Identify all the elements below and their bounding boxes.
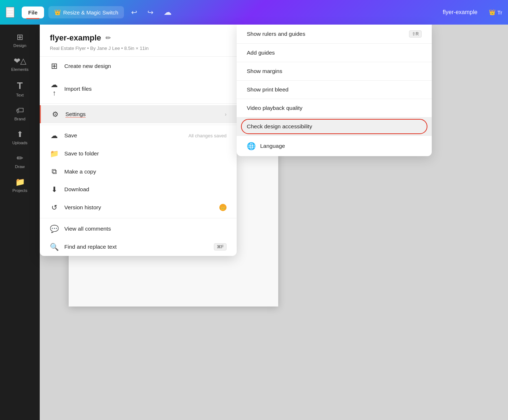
download-item[interactable]: ⬇ Download [40,180,237,198]
download-icon: ⬇ [50,185,59,194]
brand-icon: 🏷 [16,106,24,115]
version-history-item[interactable]: ↺ Version history 👑 [40,198,237,217]
copy-icon: ⧉ [50,167,59,176]
sidebar-label-elements: Elements [11,67,29,72]
topbar: ☰ File 👑 Resize & Magic Switch ↩ ↪ ☁ fly… [0,0,508,25]
edit-title-icon[interactable]: ✏ [106,34,111,42]
accessibility-label: Check design accessibility [247,123,312,130]
check-accessibility-item[interactable]: Check design accessibility [237,117,432,136]
create-new-design-item[interactable]: ⊞ Create new design [40,57,237,76]
folder-icon: 📁 [50,149,59,158]
draw-icon: ✏ [17,154,23,163]
design-icon: ⊞ [17,33,23,42]
add-guides-label: Add guides [247,50,275,56]
sidebar-label-brand: Brand [14,117,26,121]
hamburger-menu-button[interactable]: ☰ [6,7,14,18]
version-crown-icon: 👑 [219,204,227,211]
show-margins-label: Show margins [247,68,282,74]
settings-item[interactable]: ⚙ Settings › [40,105,237,123]
create-new-icon: ⊞ [50,61,59,71]
sidebar-label-uploads: Uploads [12,141,27,145]
file-menu-document-title: flyer-example [50,33,101,43]
import-icon: ☁↑ [50,80,59,97]
cloud-save-button[interactable]: ☁ [161,5,175,19]
projects-icon: 📁 [15,177,25,187]
video-quality-label: Video playback quality [247,105,302,111]
sidebar-label-projects: Projects [12,188,27,193]
create-new-label: Create new design [64,63,227,69]
uploads-icon: ⬆ [17,130,23,139]
version-history-label: Version history [64,204,214,211]
video-quality-item[interactable]: Video playback quality [237,99,432,117]
document-title: flyer-example [443,9,477,16]
divider-1 [40,103,237,104]
globe-icon: 🌐 [247,142,256,150]
download-label: Download [64,186,227,193]
save-cloud-icon: ☁ [50,131,59,140]
sidebar-label-draw: Draw [15,164,25,169]
sidebar: ⊞ Design ❤△ Elements T Text 🏷 Brand ⬆ Up… [0,25,40,420]
import-files-item[interactable]: ☁↑ Import files [40,76,237,102]
import-label: Import files [64,86,227,92]
show-margins-item[interactable]: Show margins [237,62,432,80]
sidebar-item-brand[interactable]: 🏷 Brand [4,102,36,125]
make-copy-item[interactable]: ⧉ Make a copy [40,163,237,180]
view-comments-label: View all comments [64,226,227,232]
comments-icon: 💬 [50,224,59,233]
settings-gear-icon: ⚙ [51,110,60,119]
sidebar-item-draw[interactable]: ✏ Draw [4,150,36,172]
divider-3 [40,218,237,218]
sidebar-label-design: Design [13,43,26,48]
undo-button[interactable]: ↩ [128,6,140,19]
add-guides-item[interactable]: Add guides [237,44,432,62]
redo-button[interactable]: ↪ [145,6,156,19]
sidebar-item-design[interactable]: ⊞ Design [4,29,36,51]
show-print-bleed-label: Show print bleed [247,86,288,93]
file-menu-header: flyer-example ✏ Real Estate Flyer • By J… [40,25,237,57]
find-shortcut: ⌘F [214,243,227,250]
save-status: All changes saved [188,133,227,138]
save-item[interactable]: ☁ Save All changes saved [40,127,237,145]
find-replace-item[interactable]: 🔍 Find and replace text ⌘F [40,238,237,256]
crown-icon: 👑 [54,9,61,16]
divider-2 [40,125,237,125]
sidebar-item-uploads[interactable]: ⬆ Uploads [4,126,36,149]
find-icon: 🔍 [50,243,59,251]
file-menu-button[interactable]: File [22,7,44,18]
try-button[interactable]: 👑 Tr [489,9,502,16]
version-history-icon: ↺ [50,203,59,212]
view-comments-item[interactable]: 💬 View all comments [40,220,237,238]
show-print-bleed-item[interactable]: Show print bleed [237,81,432,99]
sidebar-item-text[interactable]: T Text [4,77,36,101]
sidebar-item-elements[interactable]: ❤△ Elements [4,53,36,75]
rulers-shortcut: ⇧R [409,30,422,38]
text-icon: T [17,80,23,91]
settings-label: Settings [65,111,219,117]
resize-magic-switch-button[interactable]: 👑 Resize & Magic Switch [48,6,124,18]
save-label: Save [64,132,182,139]
find-replace-label: Find and replace text [64,244,208,250]
file-menu-dropdown: flyer-example ✏ Real Estate Flyer • By J… [40,25,237,256]
save-folder-item[interactable]: 📁 Save to folder [40,145,237,163]
sidebar-label-text: Text [16,93,23,97]
crown-icon-small: 👑 [489,9,496,16]
make-copy-label: Make a copy [64,168,227,175]
save-folder-label: Save to folder [64,150,227,157]
settings-submenu: Show rulers and guides ⇧R Add guides Sho… [237,25,432,156]
file-menu-subtitle: Real Estate Flyer • By Jane J Lee • 8.5i… [50,46,148,51]
rulers-label: Show rulers and guides [247,31,305,37]
rulers-guides-item[interactable]: Show rulers and guides ⇧R [237,25,432,43]
language-item[interactable]: 🌐 Language [237,136,432,156]
language-label: Language [260,143,285,149]
sidebar-item-projects[interactable]: 📁 Projects [4,174,36,196]
elements-icon: ❤△ [14,56,26,66]
settings-arrow-icon: › [225,111,227,117]
